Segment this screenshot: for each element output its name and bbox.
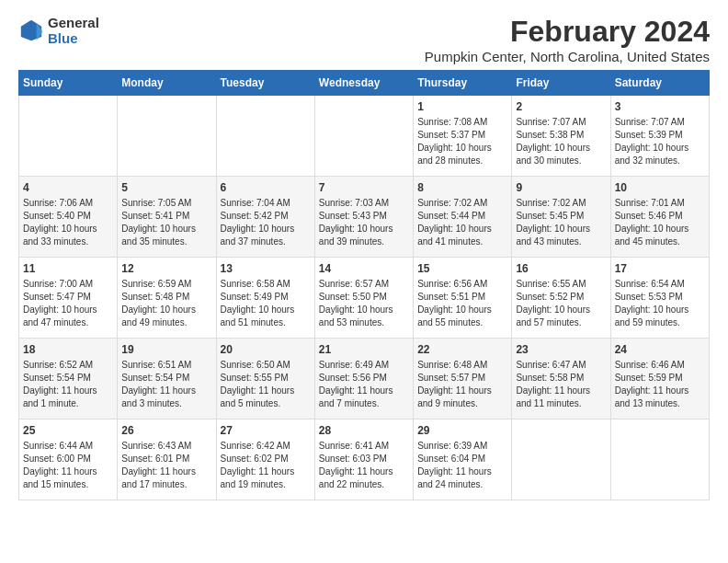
day-info: Sunrise: 7:02 AM Sunset: 5:45 PM Dayligh… xyxy=(516,197,606,248)
day-info: Sunrise: 7:07 AM Sunset: 5:38 PM Dayligh… xyxy=(516,116,606,167)
calendar-cell xyxy=(19,96,118,177)
day-info: Sunrise: 7:06 AM Sunset: 5:40 PM Dayligh… xyxy=(23,197,113,248)
week-row-3: 18Sunrise: 6:52 AM Sunset: 5:54 PM Dayli… xyxy=(19,339,710,419)
calendar-cell: 24Sunrise: 6:46 AM Sunset: 5:59 PM Dayli… xyxy=(610,339,709,419)
header-monday: Monday xyxy=(118,71,216,96)
header-sunday: Sunday xyxy=(19,71,118,96)
day-number: 14 xyxy=(319,262,409,275)
day-info: Sunrise: 6:59 AM Sunset: 5:48 PM Dayligh… xyxy=(121,278,211,329)
header-thursday: Thursday xyxy=(414,71,512,96)
calendar-cell: 13Sunrise: 6:58 AM Sunset: 5:49 PM Dayli… xyxy=(216,258,314,339)
day-number: 24 xyxy=(615,343,705,356)
calendar-cell: 1Sunrise: 7:08 AM Sunset: 5:37 PM Daylig… xyxy=(414,96,512,177)
calendar-cell: 17Sunrise: 6:54 AM Sunset: 5:53 PM Dayli… xyxy=(610,258,709,339)
header-saturday: Saturday xyxy=(610,71,709,96)
calendar-cell: 10Sunrise: 7:01 AM Sunset: 5:46 PM Dayli… xyxy=(610,177,709,258)
calendar-cell: 26Sunrise: 6:43 AM Sunset: 6:01 PM Dayli… xyxy=(118,419,216,500)
day-info: Sunrise: 7:08 AM Sunset: 5:37 PM Dayligh… xyxy=(417,116,507,167)
week-row-4: 25Sunrise: 6:44 AM Sunset: 6:00 PM Dayli… xyxy=(19,419,710,500)
day-number: 12 xyxy=(121,262,211,275)
calendar-cell: 5Sunrise: 7:05 AM Sunset: 5:41 PM Daylig… xyxy=(118,177,216,258)
day-number: 16 xyxy=(516,262,606,275)
day-info: Sunrise: 6:52 AM Sunset: 5:54 PM Dayligh… xyxy=(23,359,113,410)
day-info: Sunrise: 7:01 AM Sunset: 5:46 PM Dayligh… xyxy=(615,197,705,248)
day-info: Sunrise: 7:03 AM Sunset: 5:43 PM Dayligh… xyxy=(319,197,409,248)
day-info: Sunrise: 6:54 AM Sunset: 5:53 PM Dayligh… xyxy=(615,278,705,329)
header-friday: Friday xyxy=(512,71,610,96)
calendar-cell: 22Sunrise: 6:48 AM Sunset: 5:57 PM Dayli… xyxy=(414,339,512,419)
logo-icon xyxy=(18,17,44,43)
calendar-header-row: SundayMondayTuesdayWednesdayThursdayFrid… xyxy=(19,71,710,96)
calendar-cell: 25Sunrise: 6:44 AM Sunset: 6:00 PM Dayli… xyxy=(19,419,118,500)
calendar-cell: 18Sunrise: 6:52 AM Sunset: 5:54 PM Dayli… xyxy=(19,339,118,419)
day-number: 18 xyxy=(23,343,113,356)
logo: General Blue xyxy=(18,15,99,46)
calendar-cell: 9Sunrise: 7:02 AM Sunset: 5:45 PM Daylig… xyxy=(512,177,610,258)
day-info: Sunrise: 6:47 AM Sunset: 5:58 PM Dayligh… xyxy=(516,359,606,410)
day-number: 29 xyxy=(417,424,507,437)
calendar-body: 1Sunrise: 7:08 AM Sunset: 5:37 PM Daylig… xyxy=(19,96,710,500)
day-number: 7 xyxy=(319,181,409,194)
calendar-cell xyxy=(610,419,709,500)
day-number: 2 xyxy=(516,100,606,113)
day-number: 27 xyxy=(221,424,311,437)
week-row-1: 4Sunrise: 7:06 AM Sunset: 5:40 PM Daylig… xyxy=(19,177,710,258)
calendar-subtitle: Pumpkin Center, North Carolina, United S… xyxy=(425,49,710,64)
header-tuesday: Tuesday xyxy=(216,71,314,96)
day-number: 4 xyxy=(23,181,113,194)
day-number: 22 xyxy=(417,343,507,356)
day-number: 21 xyxy=(319,343,409,356)
day-info: Sunrise: 6:39 AM Sunset: 6:04 PM Dayligh… xyxy=(417,440,507,491)
day-number: 23 xyxy=(516,343,606,356)
day-number: 20 xyxy=(221,343,311,356)
calendar-cell: 20Sunrise: 6:50 AM Sunset: 5:55 PM Dayli… xyxy=(216,339,314,419)
day-number: 3 xyxy=(615,100,705,113)
calendar-cell: 19Sunrise: 6:51 AM Sunset: 5:54 PM Dayli… xyxy=(118,339,216,419)
day-info: Sunrise: 7:00 AM Sunset: 5:47 PM Dayligh… xyxy=(23,278,113,329)
day-info: Sunrise: 6:42 AM Sunset: 6:02 PM Dayligh… xyxy=(221,440,311,491)
calendar-cell xyxy=(216,96,314,177)
calendar-cell: 14Sunrise: 6:57 AM Sunset: 5:50 PM Dayli… xyxy=(314,258,413,339)
day-number: 6 xyxy=(221,181,311,194)
calendar-cell: 3Sunrise: 7:07 AM Sunset: 5:39 PM Daylig… xyxy=(610,96,709,177)
calendar-cell: 21Sunrise: 6:49 AM Sunset: 5:56 PM Dayli… xyxy=(314,339,413,419)
logo-line1: General xyxy=(48,15,99,30)
calendar-cell xyxy=(118,96,216,177)
day-info: Sunrise: 6:43 AM Sunset: 6:01 PM Dayligh… xyxy=(121,440,211,491)
day-info: Sunrise: 6:55 AM Sunset: 5:52 PM Dayligh… xyxy=(516,278,606,329)
week-row-0: 1Sunrise: 7:08 AM Sunset: 5:37 PM Daylig… xyxy=(19,96,710,177)
title-area: February 2024 Pumpkin Center, North Caro… xyxy=(425,15,710,64)
day-info: Sunrise: 7:04 AM Sunset: 5:42 PM Dayligh… xyxy=(221,197,311,248)
calendar-cell xyxy=(512,419,610,500)
day-info: Sunrise: 6:46 AM Sunset: 5:59 PM Dayligh… xyxy=(615,359,705,410)
day-info: Sunrise: 7:02 AM Sunset: 5:44 PM Dayligh… xyxy=(417,197,507,248)
day-number: 10 xyxy=(615,181,705,194)
day-number: 8 xyxy=(417,181,507,194)
calendar-cell: 15Sunrise: 6:56 AM Sunset: 5:51 PM Dayli… xyxy=(414,258,512,339)
day-info: Sunrise: 6:49 AM Sunset: 5:56 PM Dayligh… xyxy=(319,359,409,410)
day-number: 5 xyxy=(121,181,211,194)
calendar-cell: 27Sunrise: 6:42 AM Sunset: 6:02 PM Dayli… xyxy=(216,419,314,500)
calendar-cell: 12Sunrise: 6:59 AM Sunset: 5:48 PM Dayli… xyxy=(118,258,216,339)
day-info: Sunrise: 6:48 AM Sunset: 5:57 PM Dayligh… xyxy=(417,359,507,410)
logo-text: General Blue xyxy=(48,15,99,46)
day-number: 1 xyxy=(417,100,507,113)
day-info: Sunrise: 7:07 AM Sunset: 5:39 PM Dayligh… xyxy=(615,116,705,167)
day-number: 17 xyxy=(615,262,705,275)
day-info: Sunrise: 7:05 AM Sunset: 5:41 PM Dayligh… xyxy=(121,197,211,248)
calendar-cell: 8Sunrise: 7:02 AM Sunset: 5:44 PM Daylig… xyxy=(414,177,512,258)
day-info: Sunrise: 6:57 AM Sunset: 5:50 PM Dayligh… xyxy=(319,278,409,329)
day-info: Sunrise: 6:56 AM Sunset: 5:51 PM Dayligh… xyxy=(417,278,507,329)
day-number: 13 xyxy=(221,262,311,275)
day-number: 15 xyxy=(417,262,507,275)
calendar-cell: 23Sunrise: 6:47 AM Sunset: 5:58 PM Dayli… xyxy=(512,339,610,419)
calendar-cell: 29Sunrise: 6:39 AM Sunset: 6:04 PM Dayli… xyxy=(414,419,512,500)
day-number: 9 xyxy=(516,181,606,194)
day-number: 11 xyxy=(23,262,113,275)
calendar-table: SundayMondayTuesdayWednesdayThursdayFrid… xyxy=(18,70,710,500)
calendar-cell: 7Sunrise: 7:03 AM Sunset: 5:43 PM Daylig… xyxy=(314,177,413,258)
calendar-cell: 11Sunrise: 7:00 AM Sunset: 5:47 PM Dayli… xyxy=(19,258,118,339)
page-header: General Blue February 2024 Pumpkin Cente… xyxy=(18,15,710,64)
day-info: Sunrise: 6:51 AM Sunset: 5:54 PM Dayligh… xyxy=(121,359,211,410)
calendar-cell: 6Sunrise: 7:04 AM Sunset: 5:42 PM Daylig… xyxy=(216,177,314,258)
